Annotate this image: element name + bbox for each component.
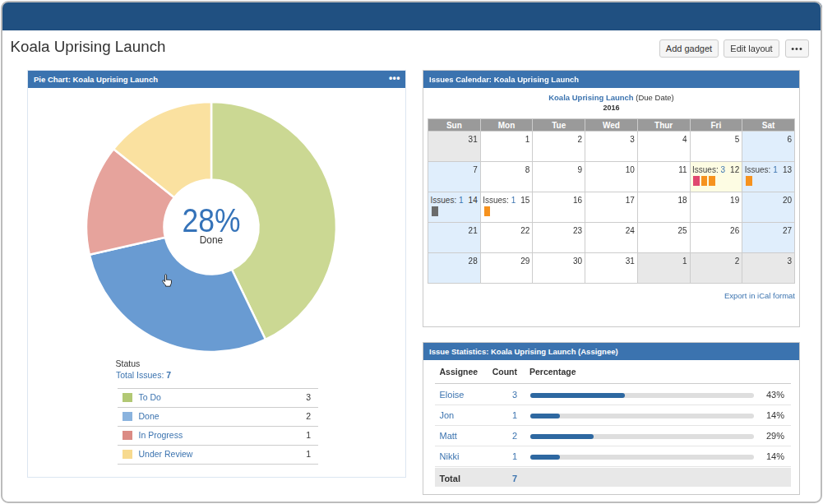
svg-text:28%: 28% (183, 202, 241, 238)
svg-text:Done: Done (200, 234, 224, 246)
